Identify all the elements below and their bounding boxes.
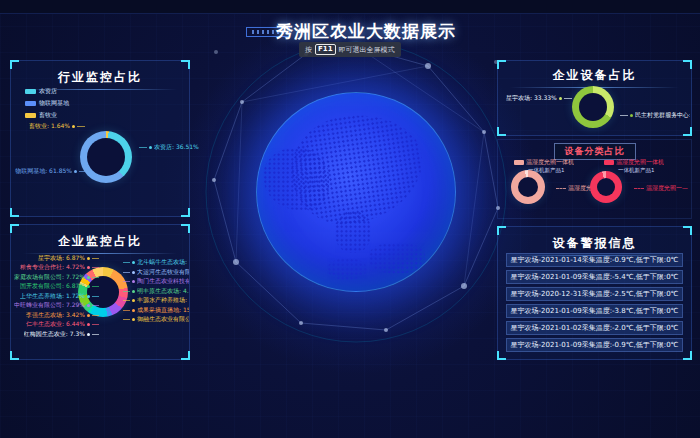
alarm-row: 星宇农场-2021-01-09采集温度:-0.9℃,低于下限:0℃ [506,338,683,352]
chart-label: 家庭农场有限公司: 7.72% [11,273,99,282]
chart-label: 星宇农场: 6.87% [11,254,99,263]
connector-line [139,147,147,148]
alarms-panel: 设备警报信息 星宇农场-2021-01-14采集温度:-0.9℃,低于下限:0℃… [497,226,692,360]
label-dot [132,290,135,293]
enterprise-panel: 企业监控占比 星宇农场: 6.87% 粮食专业合作社: 4.72% 家庭农场有限… [10,224,190,360]
device-panel-title: 企业设备占比 [498,67,691,84]
corner-bracket [497,351,506,360]
chart-callout: 农资店: 36.51% [139,143,199,152]
corner-bracket [497,226,506,235]
industry-panel: 行业监控占比 农资店 物联网基地 畜牧业 畜牧业: 1.64% 农资店: 36.… [10,60,190,217]
corner-bracket [683,351,692,360]
chart-callout: 星宇农场: 33.33% [506,94,572,103]
corner-bracket [181,224,190,233]
corner-bracket [10,60,19,69]
chart-label: 李强生态农场: 3.42% [11,311,99,320]
continent-india [335,211,371,253]
chart-label-text: 陶门生态农业科技有限公 [137,277,189,286]
chart-label-text: 星宇农场: 6.87% [38,254,85,263]
chart-label: 成果采摘直播地: 15.02% [123,306,189,315]
corner-bracket [497,127,506,136]
label-dot [87,257,90,260]
legend-label: 畜牧业 [39,111,57,120]
corner-bracket [10,208,19,217]
connector-line [634,188,644,189]
chart-label-text: 大运河生态牧业有限责任公 [137,268,189,277]
legend-item: 畜牧业 [25,111,69,120]
continent-islands [369,243,425,273]
device-panel: 企业设备占比 星宇农场: 33.33% 民主村党群服务中心: [497,60,692,136]
corner-bracket [181,351,190,360]
chart-callout: 畜牧业: 1.64% [13,122,85,131]
alarm-row: 星宇农场-2021-01-02采集温度:-2.0℃,低于下限:0℃ [506,321,683,335]
donut-hole [579,93,607,121]
connector-line [556,188,566,189]
connector-line [92,277,99,278]
legend-item: 温湿度光照一体机 [514,158,574,167]
alarms-panel-title: 设备警报信息 [498,235,691,252]
chart-label-text: 成果采摘直播地: 15.02% [137,306,189,315]
label-dot [87,285,90,288]
chart-label: 国开发有限公司: 6.87% [11,282,99,291]
hint-prefix: 按 [305,45,312,55]
chart-callout: 温湿度光照一— [634,184,690,193]
chart-callout-text: 温湿度光照一— [646,184,688,193]
corner-bracket [683,127,692,136]
chart-callout-text: 农资店: 36.51% [154,143,199,152]
chart-label-text: 上华生态养殖场: 1.72% [20,292,85,301]
alarm-row: 星宇农场-2020-12-31采集温度:-2.5℃,低于下限:0℃ [506,287,683,301]
legend-label: 物联网基地 [39,99,69,108]
chart-label-text: 红梅园生态农业: 7.3% [24,330,85,339]
chart-label-text: 明丰原生态农场: 4.29% [137,287,189,296]
label-dot [87,333,90,336]
legend-item: 农资店 [25,87,69,96]
legend-item: 温湿度光照一体机 [604,158,664,167]
label-dot [132,318,135,321]
chart-callout-text: 星宇农场: 33.33% [506,94,557,103]
chart-callout: 民主村党群服务中心: [620,111,690,120]
industry-panel-title: 行业监控占比 [11,69,189,86]
donut-hole [597,178,615,196]
page-title: 秀洲区农业大数据展示 [66,20,666,43]
continent-south [327,258,367,280]
connector-line [123,262,130,263]
corner-bracket [497,60,506,69]
device-class-panel: 设备分类占比 温湿度光照一体机 一体机新产品1 温湿度光照一— 温湿度光照一体机… [497,139,692,219]
f11-keycap: F11 [315,44,336,55]
legend-swatch [25,113,36,118]
connector-line [92,296,99,297]
corner-bracket [683,60,692,69]
device-donut-chart [572,86,614,128]
class-left-donut-chart [511,170,545,204]
corner-bracket [10,224,19,233]
top-band [0,0,700,14]
hint-suffix: 即可退出全屏模式 [339,45,395,55]
legend-swatch [604,160,614,165]
connector-line [123,272,130,273]
corner-bracket [683,226,692,235]
chart-label: 上华生态养殖场: 1.72% [11,292,99,301]
chart-label: 丰源水产种养殖场: 1. [123,296,189,305]
legend-label: 农资店 [39,87,57,96]
alarm-row: 星宇农场-2021-01-09采集温度:-5.4℃,低于下限:0℃ [506,270,683,284]
corner-bracket [181,60,190,69]
corner-bracket [181,208,190,217]
label-dot [132,280,135,283]
enterprise-panel-title: 企业监控占比 [11,233,189,250]
connector-line [564,98,572,99]
label-dot [87,323,90,326]
chart-label: 陶门生态农业科技有限公 [123,277,189,286]
connector-line [123,310,130,311]
label-dot [74,170,77,173]
connector-line [123,281,130,282]
connector-line [92,305,99,306]
connector-line [92,258,99,259]
chart-callout-text: 畜牧业: 1.64% [29,122,70,131]
connector-line [79,171,87,172]
label-dot [87,266,90,269]
chart-label: 中旺蜂业有限公司: 7.29% [11,301,99,310]
chart-label: 仁丰生态农业: 6.44% [11,320,99,329]
label-dot [132,309,135,312]
alarm-row: 星宇农场-2021-01-09采集温度:-3.8℃,低于下限:0℃ [506,304,683,318]
label-dot [87,276,90,279]
